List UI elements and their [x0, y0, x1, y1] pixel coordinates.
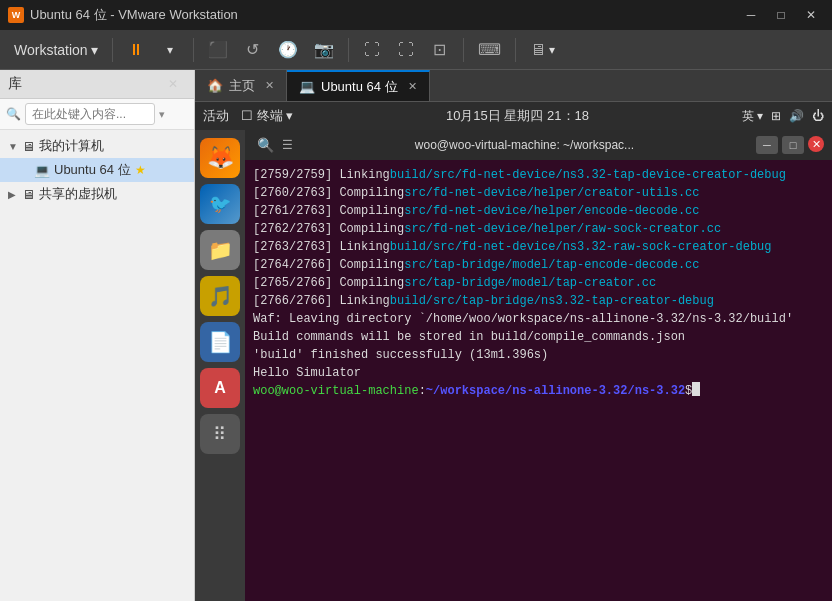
search-input[interactable] [25, 103, 155, 125]
shared-icon: 🖥 [22, 187, 35, 202]
snapshot-button[interactable]: ⬛ [202, 35, 234, 65]
app-icon-files[interactable]: 📁 [200, 230, 240, 270]
ubuntu-tab-close[interactable]: ✕ [408, 80, 417, 93]
title-bar: W Ubuntu 64 位 - VMware Workstation ─ □ ✕ [0, 0, 832, 30]
language-button[interactable]: 英 ▾ [742, 108, 763, 125]
toolbar-separator-4 [463, 38, 464, 62]
snapshot-manager-button[interactable]: 🕐 [272, 35, 304, 65]
computer-icon: 🖥 [22, 139, 35, 154]
minimize-button[interactable]: ─ [738, 5, 764, 25]
terminal-text: [2761/2763] Compiling [253, 202, 404, 220]
terminal-text: ~/workspace/ns-allinone-3.32/ns-3.32 [426, 382, 685, 400]
search-dropdown-arrow: ▾ [159, 108, 165, 121]
shared-expand: ▶ [8, 189, 18, 200]
toolbar-separator-2 [193, 38, 194, 62]
tab-home[interactable]: 🏠 主页 ✕ [195, 70, 287, 101]
toolbar: Workstation ▾ ⏸ ▾ ⬛ ↺ 🕐 📷 ⛶ ⛶ ⊡ ⌨ 🖥 ▾ [0, 30, 832, 70]
terminal-text: [2763/2763] Linking [253, 238, 390, 256]
pause-icon: ⏸ [128, 41, 144, 59]
activities-button[interactable]: 活动 [203, 107, 229, 125]
close-button[interactable]: ✕ [798, 5, 824, 25]
fit-guest-icon: ⛶ [364, 41, 380, 59]
terminal-text: src/tap-bridge/model/tap-encode-decode.c… [404, 256, 699, 274]
app-icon-text-editor[interactable]: 📄 [200, 322, 240, 362]
tab-ubuntu[interactable]: 💻 Ubuntu 64 位 ✕ [287, 70, 430, 101]
snapshot-take-icon: 📷 [314, 40, 334, 59]
unity-icon: ⊡ [433, 40, 446, 59]
sidebar-search: 🔍 ▾ [0, 99, 194, 130]
terminal-close-button[interactable]: ✕ [808, 136, 824, 152]
ctrlaltdel-icon: ⌨ [478, 40, 501, 59]
view-button[interactable]: 🖥 ▾ [524, 35, 561, 65]
terminal-titlebar-left: 🔍 ☰ [253, 137, 293, 153]
power-icon[interactable]: ⏻ [812, 109, 824, 123]
terminal-text: 'build' finished successfully (13m1.396s… [253, 346, 548, 364]
sidebar-item-my-computer[interactable]: ▼ 🖥 我的计算机 [0, 134, 194, 158]
revert-button[interactable]: ↺ [238, 35, 268, 65]
snapshot-icon: ⬛ [208, 40, 228, 59]
terminal-cursor [692, 382, 700, 396]
terminal-text: Waf: Leaving directory `/home/woo/worksp… [253, 310, 793, 328]
ubuntu-tab-icon: 💻 [299, 79, 315, 94]
terminal-line: Waf: Leaving directory `/home/woo/worksp… [253, 310, 824, 328]
view-dropdown: ▾ [549, 43, 555, 57]
datetime-display: 10月15日 星期四 21：18 [446, 107, 589, 125]
title-bar-controls: ─ □ ✕ [738, 5, 824, 25]
app-icon-arch[interactable]: A [200, 368, 240, 408]
terminal-minimize-button[interactable]: ─ [756, 136, 778, 154]
sound-icon[interactable]: 🔊 [789, 109, 804, 123]
terminal-text: Build commands will be stored in build/c… [253, 328, 685, 346]
home-tab-close[interactable]: ✕ [265, 79, 274, 92]
terminal-text: src/tap-bridge/model/tap-creator.cc [404, 274, 656, 292]
pause-dropdown-button[interactable]: ▾ [155, 35, 185, 65]
terminal-text: src/fd-net-device/helper/raw-sock-creato… [404, 220, 721, 238]
fit-guest-button[interactable]: ⛶ [357, 35, 387, 65]
terminal-text: build/src/tap-bridge/ns3.32-tap-creator-… [390, 292, 714, 310]
network-icon[interactable]: ⊞ [771, 109, 781, 123]
terminal-text: [2762/2763] Compiling [253, 220, 404, 238]
sidebar-item-shared-vms[interactable]: ▶ 🖥 共享的虚拟机 [0, 182, 194, 206]
main-content: 库 ✕ 🔍 ▾ ▼ 🖥 我的计算机 💻 Ubuntu 64 位 ★ ▶ 🖥 [0, 70, 832, 601]
terminal-text: [2765/2766] Compiling [253, 274, 404, 292]
terminal-text: woo@woo-virtual-machine [253, 382, 419, 400]
app-icon-thunderbird[interactable]: 🐦 [200, 184, 240, 224]
terminal-text: [2764/2766] Compiling [253, 256, 404, 274]
workstation-dropdown-arrow: ▾ [91, 42, 98, 58]
terminal-text: src/fd-net-device/helper/encode-decode.c… [404, 202, 699, 220]
terminal-window: 🔍 ☰ woo@woo-virtual-machine: ~/workspac.… [245, 130, 832, 601]
terminal-line: [2760/2763] Compiling src/fd-net-device/… [253, 184, 824, 202]
snapshot-take-button[interactable]: 📷 [308, 35, 340, 65]
terminal-line: [2763/2763] Linking build/src/fd-net-dev… [253, 238, 824, 256]
maximize-button[interactable]: □ [768, 5, 794, 25]
sidebar-item-ubuntu-vm[interactable]: 💻 Ubuntu 64 位 ★ [0, 158, 194, 182]
workstation-label: Workstation [14, 42, 88, 58]
terminal-line: [2765/2766] Compiling src/tap-bridge/mod… [253, 274, 824, 292]
expand-icon: ▼ [8, 141, 18, 152]
terminal-line: [2766/2766] Linking build/src/tap-bridge… [253, 292, 824, 310]
home-tab-label: 主页 [229, 77, 255, 95]
terminal-text: Hello Simulator [253, 364, 361, 382]
terminal-body[interactable]: [2759/2759] Linking build/src/fd-net-dev… [245, 160, 832, 601]
app-icon-rhythmbox[interactable]: 🎵 [200, 276, 240, 316]
my-computer-label: 我的计算机 [39, 137, 104, 155]
ubuntu-tab-label: Ubuntu 64 位 [321, 78, 398, 96]
fullscreen-button[interactable]: ⛶ [391, 35, 421, 65]
terminal-line: 'build' finished successfully (13m1.396s… [253, 346, 824, 364]
workstation-menu-button[interactable]: Workstation ▾ [8, 35, 104, 65]
terminal-search-button[interactable]: 🔍 [253, 137, 278, 153]
sidebar-header: 库 ✕ [0, 70, 194, 99]
terminal-text: : [419, 382, 426, 400]
terminal-maximize-button[interactable]: □ [782, 136, 804, 154]
terminal-line: [2762/2763] Compiling src/fd-net-device/… [253, 220, 824, 238]
send-ctrlaltdel-button[interactable]: ⌨ [472, 35, 507, 65]
sidebar-close-button[interactable]: ✕ [160, 74, 186, 94]
unity-button[interactable]: ⊡ [425, 35, 455, 65]
ubuntu-topbar-right: 英 ▾ ⊞ 🔊 ⏻ [742, 108, 824, 125]
toolbar-separator-3 [348, 38, 349, 62]
terminal-menu-button[interactable]: ☐ 终端 ▾ [241, 107, 293, 125]
pause-button[interactable]: ⏸ [121, 35, 151, 65]
terminal-line: woo@woo-virtual-machine:~/workspace/ns-a… [253, 382, 824, 400]
terminal-titlebar-center: woo@woo-virtual-machine: ~/workspac... [293, 138, 756, 152]
app-icon-firefox[interactable]: 🦊 [200, 138, 240, 178]
app-icon-apps-grid[interactable]: ⠿ [200, 414, 240, 454]
